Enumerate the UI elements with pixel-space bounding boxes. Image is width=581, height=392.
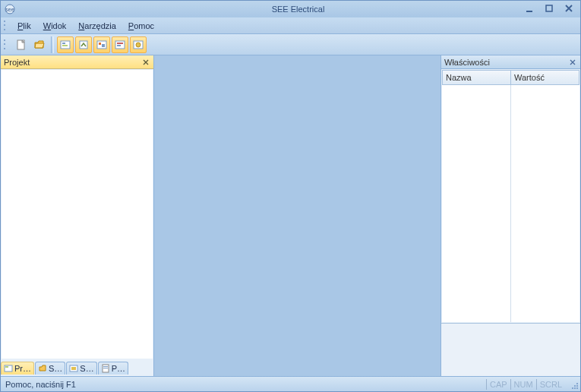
status-num: NUM <box>510 379 536 390</box>
tab-s1[interactable]: S… <box>35 362 65 375</box>
property-column-name[interactable]: Nazwa <box>442 70 510 85</box>
toolbar-button-2[interactable] <box>75 36 92 53</box>
svg-rect-14 <box>117 45 121 46</box>
tab-s2[interactable]: S… <box>66 362 96 375</box>
minimize-button[interactable] <box>523 2 536 14</box>
property-column-value[interactable]: Wartość <box>510 70 579 85</box>
tab-label: P… <box>112 364 125 373</box>
svg-rect-22 <box>103 366 108 367</box>
svg-point-28 <box>574 385 576 387</box>
toolbar-button-4[interactable] <box>112 36 128 53</box>
close-icon[interactable] <box>141 57 151 68</box>
toolbar <box>1 34 580 55</box>
resize-grip[interactable] <box>568 379 579 390</box>
close-icon[interactable] <box>567 57 578 68</box>
svg-rect-20 <box>71 367 76 370</box>
svg-point-29 <box>576 383 578 384</box>
svg-point-27 <box>572 387 573 389</box>
toolbar-button-3[interactable] <box>93 36 110 53</box>
properties-panel-header[interactable]: Właściwości <box>441 55 580 69</box>
project-panel-title: Projekt <box>4 58 30 67</box>
svg-point-26 <box>576 385 578 387</box>
project-panel: Projekt Pr… S… S… P… <box>1 55 154 376</box>
property-grid[interactable]: Nazwa Wartość <box>442 70 579 322</box>
svg-point-25 <box>574 387 576 389</box>
status-help-text: Pomoc, naciśnij F1 <box>5 380 76 389</box>
menu-tools[interactable]: Narzędzia <box>72 20 122 32</box>
property-grid-body[interactable] <box>442 85 579 322</box>
properties-panel-title: Właściwości <box>444 58 490 67</box>
left-panel-tabs: Pr… S… S… P… <box>1 359 153 376</box>
svg-rect-11 <box>102 44 105 47</box>
svg-rect-3 <box>546 5 552 11</box>
open-document-button[interactable] <box>31 36 48 53</box>
menu-grip[interactable] <box>4 20 8 32</box>
app-icon: see <box>4 3 16 15</box>
property-grid-header: Nazwa Wartość <box>442 70 579 85</box>
menu-bar: Plik Widok Narzędzia Pomoc <box>1 17 580 34</box>
menu-file[interactable]: Plik <box>11 20 37 32</box>
toolbar-separator <box>51 36 54 53</box>
toolbar-button-5[interactable] <box>130 36 147 53</box>
title-bar: see SEE Electrical <box>1 1 580 17</box>
project-tree[interactable] <box>2 70 153 359</box>
tab-project[interactable]: Pr… <box>1 362 34 375</box>
tab-label: S… <box>49 364 62 373</box>
svg-rect-7 <box>62 45 68 46</box>
tab-label: Pr… <box>14 364 31 373</box>
status-bar: Pomoc, naciśnij F1 CAP NUM SCRL <box>1 376 580 391</box>
main-area: Projekt Pr… S… S… P… Właściwości Nazwa W… <box>1 55 580 376</box>
svg-point-16 <box>136 43 141 47</box>
svg-rect-23 <box>103 368 108 368</box>
toolbar-button-1[interactable] <box>57 36 74 53</box>
toolbar-grip[interactable] <box>4 39 8 51</box>
svg-rect-6 <box>62 43 65 44</box>
status-scrl: SCRL <box>536 379 565 390</box>
status-cap: CAP <box>486 379 510 390</box>
svg-rect-13 <box>117 43 123 44</box>
properties-panel: Właściwości Nazwa Wartość <box>440 55 580 376</box>
tab-p[interactable]: P… <box>98 362 128 375</box>
project-panel-header[interactable]: Projekt <box>1 55 153 69</box>
workspace <box>154 55 440 376</box>
svg-rect-2 <box>526 11 532 12</box>
tab-label: S… <box>80 364 93 373</box>
svg-text:see: see <box>5 7 14 12</box>
menu-help[interactable]: Pomoc <box>122 20 160 32</box>
menu-view[interactable]: Widok <box>37 20 73 32</box>
property-description <box>441 323 580 376</box>
maximize-button[interactable] <box>542 2 556 14</box>
svg-point-24 <box>576 387 578 389</box>
close-button[interactable] <box>562 2 576 14</box>
new-document-button[interactable] <box>13 36 30 53</box>
svg-rect-18 <box>5 366 8 368</box>
svg-rect-10 <box>99 43 101 45</box>
svg-rect-8 <box>80 41 87 49</box>
app-title: SEE Electrical <box>16 5 580 14</box>
